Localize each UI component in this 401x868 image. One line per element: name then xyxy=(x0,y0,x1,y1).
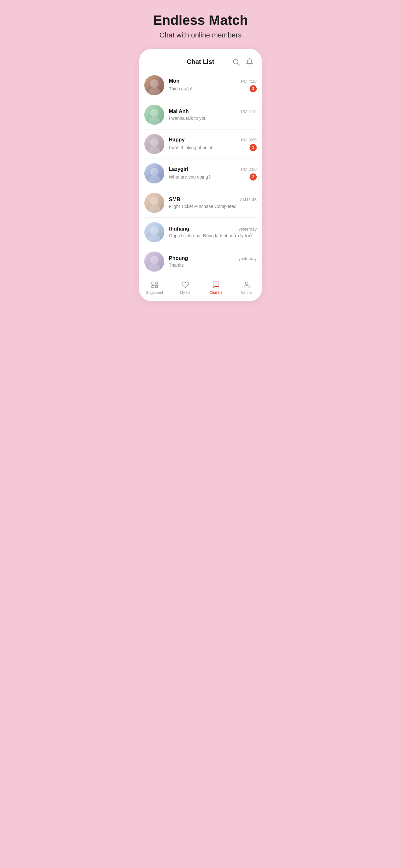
svg-line-1 xyxy=(238,64,239,65)
chat-preview-maianh: I wanna talk to you xyxy=(169,116,257,121)
nav-item-suggested[interactable]: Suggested xyxy=(139,280,170,294)
chat-item-maianh[interactable]: Mai AnhPM 4:15I wanna talk to you xyxy=(144,100,257,129)
page-title: Endless Match xyxy=(153,13,248,28)
chat-list-title: Chat List xyxy=(187,58,214,66)
chat-preview-mon: Thich quá đi! xyxy=(169,86,247,91)
suggested-icon xyxy=(150,280,159,289)
nav-item-mylist[interactable]: My list xyxy=(170,280,201,294)
svg-point-18 xyxy=(150,226,158,235)
avatar-phoung xyxy=(144,252,164,272)
chat-time-lazygirl: PM 2:00 xyxy=(241,167,257,172)
svg-rect-23 xyxy=(152,282,154,284)
chat-name-mon: Mon xyxy=(169,78,180,84)
chat-badge-happy: 1 xyxy=(250,144,257,151)
chat-preview-lazygirl: What are you doing? xyxy=(169,175,247,180)
avatar-thuhang xyxy=(144,222,164,242)
svg-point-0 xyxy=(234,59,238,64)
svg-point-3 xyxy=(150,80,158,88)
svg-point-9 xyxy=(150,138,158,147)
chat-item-smb[interactable]: SMBAM11:45Flight Ticket Purchase Complet… xyxy=(144,188,257,218)
svg-rect-24 xyxy=(155,282,158,284)
chat-item-lazygirl[interactable]: LazygirlPM 2:00What are you doing?2 xyxy=(144,159,257,188)
chat-item-happy[interactable]: HappyPM 3:56I was thinking about it1 xyxy=(144,129,257,159)
nav-item-chatlist[interactable]: Chat list xyxy=(201,280,231,294)
chat-preview-happy: I was thinking about it xyxy=(169,145,247,150)
chat-content-phoung: PhoungyesterdayThanks xyxy=(169,255,257,268)
svg-point-12 xyxy=(150,167,158,176)
chat-item-mon[interactable]: MonPM 4:18Thich quá đi!3 xyxy=(144,71,257,100)
svg-point-21 xyxy=(150,256,158,264)
chat-time-thuhang: yesterday xyxy=(239,227,257,231)
chat-content-happy: HappyPM 3:56I was thinking about it1 xyxy=(169,137,257,151)
chat-name-smb: SMB xyxy=(169,197,181,203)
page-subtitle: Chat with online members xyxy=(153,31,248,39)
myinfo-icon xyxy=(242,280,251,289)
header-icons xyxy=(232,58,254,66)
chat-time-maianh: PM 4:15 xyxy=(241,109,257,114)
avatar-mon xyxy=(144,75,164,95)
chat-name-lazygirl: Lazygirl xyxy=(169,166,188,172)
avatar-happy xyxy=(144,134,164,154)
search-button[interactable] xyxy=(232,58,241,66)
chat-name-thuhang: thuhang xyxy=(169,226,189,232)
chat-badge-mon: 3 xyxy=(250,85,257,92)
chat-content-mon: MonPM 4:18Thich quá đi!3 xyxy=(169,78,257,92)
mylist-icon xyxy=(181,280,190,289)
app-card: Chat List xyxy=(139,49,262,301)
chat-name-maianh: Mai Anh xyxy=(169,108,189,114)
chat-time-mon: PM 4:18 xyxy=(241,79,257,84)
chat-item-thuhang[interactable]: thuhangyesterdayOppa bảnh quá. Đúng là h… xyxy=(144,218,257,247)
chat-name-happy: Happy xyxy=(169,137,185,143)
chat-time-phoung: yesterday xyxy=(239,256,257,261)
avatar-lazygirl xyxy=(144,163,164,183)
chatlist-label: Chat list xyxy=(210,290,222,294)
phone-container: Endless Match Chat with online members C… xyxy=(134,0,267,301)
chat-content-smb: SMBAM11:45Flight Ticket Purchase Complet… xyxy=(169,197,257,209)
chat-preview-phoung: Thanks xyxy=(169,262,257,268)
notification-button[interactable] xyxy=(245,58,254,66)
chat-item-phoung[interactable]: PhoungyesterdayThanks xyxy=(144,247,257,276)
svg-rect-25 xyxy=(152,285,154,288)
suggested-label: Suggested xyxy=(146,290,163,294)
svg-point-27 xyxy=(245,282,248,284)
chat-badge-lazygirl: 2 xyxy=(250,174,257,181)
chat-time-smb: AM11:45 xyxy=(240,197,257,202)
myinfo-label: My info xyxy=(241,290,252,294)
nav-item-myinfo[interactable]: My info xyxy=(231,280,262,294)
chatlist-icon xyxy=(212,280,220,289)
chat-time-happy: PM 3:56 xyxy=(241,137,257,143)
chat-preview-thuhang: Oppa bảnh quá. Đúng là hình mẫu lý tưởng… xyxy=(169,233,257,238)
chat-name-phoung: Phoung xyxy=(169,255,188,261)
chat-preview-smb: Flight Ticket Purchase Completed xyxy=(169,204,257,209)
chat-content-thuhang: thuhangyesterdayOppa bảnh quá. Đúng là h… xyxy=(169,226,257,238)
bottom-navigation: Suggested My list Chat list xyxy=(139,276,262,301)
svg-rect-26 xyxy=(155,285,158,288)
chat-header: Chat List xyxy=(139,49,262,71)
chat-content-lazygirl: LazygirlPM 2:00What are you doing?2 xyxy=(169,166,257,181)
svg-point-6 xyxy=(150,109,158,117)
page-header: Endless Match Chat with online members xyxy=(153,13,248,39)
avatar-smb xyxy=(144,193,164,213)
svg-point-15 xyxy=(150,197,158,206)
chat-list: MonPM 4:18Thich quá đi!3 Mai AnhPM 4:15I… xyxy=(139,71,262,276)
chat-content-maianh: Mai AnhPM 4:15I wanna talk to you xyxy=(169,108,257,121)
mylist-label: My list xyxy=(180,290,190,294)
avatar-maianh xyxy=(144,104,164,125)
